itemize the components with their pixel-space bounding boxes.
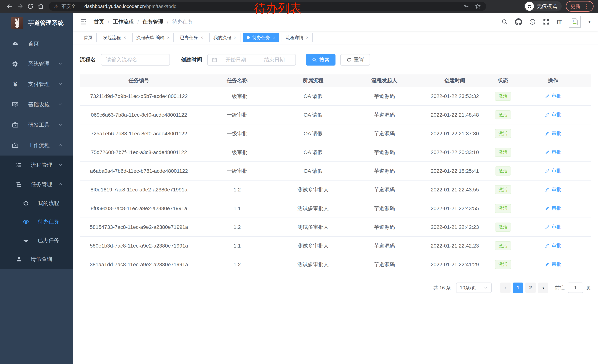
approve-link[interactable]: 审批 xyxy=(545,242,561,249)
sidebar-item-dev-tools[interactable]: 研发工具 xyxy=(0,115,73,135)
reset-button[interactable]: 重置 xyxy=(340,54,370,65)
close-icon[interactable]: × xyxy=(273,35,275,40)
breadcrumb-separator: / xyxy=(137,19,139,25)
omnibox-divider xyxy=(80,4,80,9)
cell-task-id: 069c6a63-7b8a-11ec-8ef0-acde48001122 xyxy=(80,105,198,124)
back-button[interactable] xyxy=(4,1,15,11)
approve-link[interactable]: 审批 xyxy=(545,224,561,230)
search-button[interactable]: 搜索 xyxy=(306,54,335,65)
end-date-placeholder[interactable]: 结束日期 xyxy=(257,56,291,63)
sidebar-item-home[interactable]: 首页 xyxy=(0,33,73,54)
approve-link[interactable]: 审批 xyxy=(545,149,561,155)
breadcrumb-item[interactable]: 首页 xyxy=(94,18,104,25)
close-icon[interactable]: × xyxy=(200,35,203,40)
tab-start-process[interactable]: 发起流程× xyxy=(99,33,130,42)
svg-text:?: ? xyxy=(531,20,533,24)
reload-button[interactable] xyxy=(25,1,36,11)
goto-page-input[interactable] xyxy=(568,283,583,293)
sidebar-item-done-tasks[interactable]: 已办任务 xyxy=(0,231,73,250)
approve-link[interactable]: 审批 xyxy=(545,130,561,137)
more-menu-icon[interactable]: ⋮ xyxy=(584,3,589,9)
search-icon[interactable] xyxy=(501,18,508,25)
org-tree-icon xyxy=(15,181,23,188)
sidebar-collapse-icon[interactable] xyxy=(80,18,87,25)
edit-icon xyxy=(545,187,550,192)
fullscreen-icon[interactable] xyxy=(543,18,549,25)
approve-link[interactable]: 审批 xyxy=(545,186,561,193)
chevron-down-icon xyxy=(483,285,488,290)
monitor-icon xyxy=(11,101,19,108)
status-badge: 激活 xyxy=(495,110,511,119)
sidebar-item-process-mgmt[interactable]: 流程管理 xyxy=(0,155,73,175)
caret-down-icon[interactable]: ▼ xyxy=(588,20,591,24)
approve-link[interactable]: 审批 xyxy=(545,261,561,267)
tab-todo-tasks[interactable]: 待办任务× xyxy=(243,33,279,42)
sidebar-item-payment-mgmt[interactable]: ¥ 支付管理 xyxy=(0,74,73,94)
star-icon[interactable] xyxy=(475,3,481,9)
table-row: 580e1b3d-7ac8-11ec-a9e2-a2380e71991a 1.1… xyxy=(80,236,591,255)
tab-my-process[interactable]: 我的流程× xyxy=(209,33,241,42)
tab-process-detail[interactable]: 流程详情× xyxy=(282,33,313,42)
prev-page-button[interactable]: ‹ xyxy=(500,283,511,293)
tab-form-edit[interactable]: 流程表单-编辑× xyxy=(132,33,174,42)
avatar[interactable] xyxy=(569,16,581,28)
sidebar-item-leave-query[interactable]: 请假查询 xyxy=(0,250,73,269)
approve-link[interactable]: 审批 xyxy=(545,112,561,118)
page-size-select[interactable]: 10条/页 xyxy=(456,283,492,293)
todo-task-table: 任务编号 任务名称 所属流程 流程发起人 创建时间 状态 操作 73211d9d… xyxy=(80,74,591,274)
cell-create-time: 2022-01-22 20:33:10 xyxy=(419,143,491,162)
app-logo[interactable]: 芋道管理系统 xyxy=(0,13,73,33)
date-range-picker[interactable]: 开始日期 - 结束日期 xyxy=(207,54,296,65)
close-icon[interactable]: × xyxy=(306,35,309,40)
approve-link[interactable]: 审批 xyxy=(545,205,561,211)
key-icon[interactable] xyxy=(463,3,469,9)
cell-task-name: 一级审批 xyxy=(198,124,276,143)
cell-starter: 芋道源码 xyxy=(350,87,419,105)
cell-starter: 芋道源码 xyxy=(350,199,419,218)
approve-link[interactable]: 审批 xyxy=(545,168,561,174)
cell-task-name: 1.1 xyxy=(198,199,276,218)
status-badge: 激活 xyxy=(495,223,511,232)
forward-button[interactable] xyxy=(15,1,25,11)
breadcrumb-item[interactable]: 工作流程 xyxy=(113,18,134,25)
start-date-placeholder[interactable]: 开始日期 xyxy=(219,56,253,63)
tab-home[interactable]: 首页 xyxy=(80,33,97,42)
sidebar-item-task-mgmt[interactable]: 任务管理 xyxy=(0,175,73,194)
cell-action: 审批 xyxy=(515,124,591,143)
sidebar-item-workflow[interactable]: 工作流程 xyxy=(0,135,73,155)
close-icon[interactable]: × xyxy=(167,35,170,40)
close-icon[interactable]: × xyxy=(123,35,126,40)
eye-open-icon xyxy=(22,218,30,226)
tab-done-tasks[interactable]: 已办任务× xyxy=(176,33,207,42)
next-page-button[interactable]: › xyxy=(538,283,548,293)
close-icon[interactable]: × xyxy=(234,35,236,40)
cell-task-id: 75d72608-7b7f-11ec-a3c8-acde48001122 xyxy=(80,143,198,162)
update-button[interactable]: 更新 ⋮ xyxy=(566,1,594,12)
breadcrumb-item[interactable]: 任务管理 xyxy=(143,18,163,25)
cell-status: 激活 xyxy=(491,236,515,255)
page-button-2[interactable]: 2 xyxy=(525,283,536,293)
home-button[interactable] xyxy=(36,1,46,11)
sidebar-item-todo-tasks[interactable]: 待办任务 xyxy=(0,212,73,231)
status-badge: 激活 xyxy=(495,148,511,157)
cell-status: 激活 xyxy=(491,255,515,274)
page-button-1[interactable]: 1 xyxy=(513,283,523,293)
approve-link[interactable]: 审批 xyxy=(545,93,561,99)
url-text[interactable]: dashboard.yudao.iocoder.cn/bpm/task/todo xyxy=(84,4,176,9)
cell-process: OA 请假 xyxy=(276,162,350,180)
table-row: a6aba0a4-7b6d-11ec-b781-acde48001122 一级审… xyxy=(80,162,591,180)
tags-view-bar: 首页 发起流程× 流程表单-编辑× 已办任务× 我的流程× 待办任务× 流程详情… xyxy=(73,31,598,44)
security-label[interactable]: 不安全 xyxy=(61,3,76,10)
font-size-icon[interactable]: tT xyxy=(556,19,562,25)
process-name-label: 流程名 xyxy=(80,56,96,64)
process-name-input[interactable] xyxy=(101,54,170,65)
cell-process: OA 请假 xyxy=(276,124,350,143)
table-header-row: 任务编号 任务名称 所属流程 流程发起人 创建时间 状态 操作 xyxy=(80,74,591,87)
sidebar-item-my-process[interactable]: 我的流程 xyxy=(0,194,73,212)
help-icon[interactable]: ? xyxy=(529,18,536,25)
sidebar-item-system-mgmt[interactable]: 系统管理 xyxy=(0,54,73,74)
sidebar-item-infrastructure[interactable]: 基础设施 xyxy=(0,94,73,115)
sidebar-item-label: 首页 xyxy=(28,40,39,47)
github-icon[interactable] xyxy=(515,18,522,25)
calendar-icon xyxy=(212,57,217,63)
